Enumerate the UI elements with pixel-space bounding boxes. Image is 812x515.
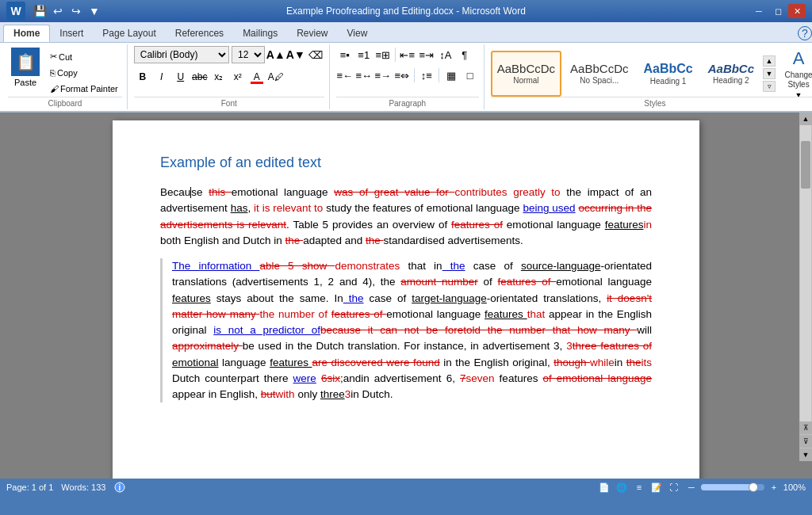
p2-insert-5: while: [590, 357, 615, 368]
restore-button[interactable]: ◻: [769, 4, 787, 18]
paste-button[interactable]: 📋 Paste: [8, 46, 43, 89]
format-painter-button[interactable]: 🖌 Format Painter: [46, 82, 122, 96]
decrease-indent-button[interactable]: ⇤≡: [399, 46, 416, 63]
p2-strikethrough-1: able 5 show: [259, 260, 335, 272]
clear-format-button[interactable]: ⌫: [307, 46, 324, 63]
view-fullscreen-icon[interactable]: ⛶: [668, 481, 680, 494]
scroll-page-up[interactable]: ⊼: [799, 422, 812, 434]
font-size-select[interactable]: 12: [232, 46, 265, 63]
bold-button[interactable]: B: [134, 68, 151, 86]
font-shrink-button[interactable]: A▼: [287, 46, 304, 63]
scroll-up-arrow[interactable]: ▲: [799, 113, 812, 125]
styles-scroll-down[interactable]: ▼: [763, 68, 776, 79]
tab-page-layout[interactable]: Page Layout: [93, 25, 165, 42]
style-heading2[interactable]: AaBbCc Heading 2: [702, 51, 760, 97]
p2-normal-14: in the English original,: [440, 357, 553, 368]
increase-indent-button[interactable]: ≡⇥: [418, 46, 435, 63]
cut-button[interactable]: ✂ Cut: [46, 49, 122, 64]
style-normal[interactable]: AaBbCcDc Normal: [491, 51, 561, 97]
italic-button[interactable]: I: [153, 68, 170, 86]
font-face-select[interactable]: Calibri (Body): [134, 46, 229, 63]
copy-button[interactable]: ⎘ Copy: [46, 66, 122, 80]
tab-home[interactable]: Home: [3, 25, 50, 42]
font-color-button[interactable]: A: [248, 68, 266, 86]
align-left-button[interactable]: ≡←: [336, 67, 354, 84]
document-page[interactable]: Example of an edited text Because this e…: [113, 120, 699, 479]
p1-normal-1: Becau: [160, 186, 190, 198]
title-bar: W 💾 ↩ ↪ ▼ Example Proofreading and Editi…: [0, 0, 812, 22]
scroll-page-down[interactable]: ⊽: [799, 435, 812, 448]
minimize-button[interactable]: ─: [750, 4, 768, 18]
p2-insert-1: demonstrates: [335, 260, 400, 272]
zoom-in-button[interactable]: +: [768, 481, 780, 494]
tab-insert[interactable]: Insert: [50, 25, 93, 42]
save-quick-btn[interactable]: 💾: [32, 4, 48, 18]
style-heading2-preview: AaBbCc: [708, 63, 754, 74]
font-grow-button[interactable]: A▲: [267, 46, 285, 63]
tab-review[interactable]: Review: [287, 25, 337, 42]
underline-button[interactable]: U: [172, 68, 190, 86]
p2-normal-9: emotional language: [386, 308, 485, 320]
customize-quick-btn[interactable]: ▼: [86, 4, 102, 18]
shading-button[interactable]: ▦: [442, 67, 460, 84]
zoom-controls: ─ + 100%: [685, 481, 806, 494]
document-scrollbar[interactable]: ▲ ⊼ ⊽ ▼: [799, 113, 812, 461]
superscript-button[interactable]: x²: [229, 68, 247, 86]
help-button[interactable]: ?: [798, 26, 812, 40]
document-status-icon[interactable]: i: [113, 481, 126, 494]
p2-normal-2: case of: [465, 260, 521, 272]
line-spacing-button[interactable]: ↕≡: [418, 67, 435, 84]
view-outline-icon[interactable]: ≡: [633, 481, 645, 494]
multilevel-list-button[interactable]: ≡⊞: [374, 46, 392, 63]
p2-underline-blue-1: The information: [172, 260, 259, 272]
p1-normal-6: study the features of emotional language: [323, 202, 523, 214]
highlight-color-button[interactable]: A🖊: [267, 68, 285, 86]
subscript-button[interactable]: x₂: [210, 68, 228, 86]
numbering-button[interactable]: ≡1: [355, 46, 373, 63]
view-web-icon[interactable]: 🌐: [615, 481, 628, 494]
change-styles-button[interactable]: A ChangeStyles ▼: [778, 51, 812, 97]
font-group: Calibri (Body) 12 A▲ A▼ ⌫ B I U abc x₂ x…: [129, 44, 330, 109]
align-right-button[interactable]: ≡→: [374, 67, 392, 84]
styles-scroll-buttons: ▲ ▼ ▿: [763, 55, 776, 92]
p2-normal-22: only: [295, 388, 320, 400]
scroll-track[interactable]: [800, 125, 811, 422]
undo-quick-btn[interactable]: ↩: [50, 4, 66, 18]
styles-expand[interactable]: ▿: [763, 81, 776, 92]
styles-scroll-up[interactable]: ▲: [763, 55, 776, 67]
redo-quick-btn[interactable]: ↪: [68, 4, 84, 18]
p1-normal-3: emotional language: [232, 186, 334, 198]
show-marks-button[interactable]: ¶: [456, 46, 473, 63]
borders-button[interactable]: □: [462, 67, 479, 84]
para-row-1: ≡▪ ≡1 ≡⊞ ⇤≡ ≡⇥ ↕A ¶: [336, 46, 473, 63]
zoom-slider[interactable]: [701, 484, 764, 490]
styles-group: AaBbCcDc Normal AaBbCcDc No Spaci... AaB…: [486, 44, 812, 109]
tab-mailings[interactable]: Mailings: [233, 25, 287, 42]
zoom-out-button[interactable]: ─: [685, 481, 698, 494]
proofing-icon: i: [113, 481, 126, 494]
sort-button[interactable]: ↕A: [437, 46, 454, 63]
justify-button[interactable]: ≡⇔: [393, 67, 411, 84]
style-no-spacing-preview: AaBbCcDc: [570, 63, 628, 74]
p2-strikethrough-12: the: [626, 357, 642, 368]
view-draft-icon[interactable]: 📝: [650, 481, 663, 494]
p2-strikethrough-16: but: [261, 388, 276, 400]
style-heading1[interactable]: AaBbCc Heading 1: [637, 51, 699, 97]
align-center-button[interactable]: ≡↔: [355, 67, 373, 84]
close-button[interactable]: ✕: [788, 4, 806, 18]
view-normal-icon[interactable]: 📄: [598, 481, 611, 494]
p1-underline-2: features: [605, 219, 644, 231]
scroll-down-arrow[interactable]: ▼: [799, 448, 812, 461]
bullets-button[interactable]: ≡▪: [336, 46, 354, 63]
p2-normal-18: ;and: [340, 372, 361, 384]
style-no-spacing[interactable]: AaBbCcDc No Spaci...: [564, 51, 634, 97]
scroll-thumb[interactable]: [801, 141, 810, 189]
p2-strikethrough-3: features of: [498, 276, 557, 288]
tab-references[interactable]: References: [166, 25, 233, 42]
p1-strikethrough-4: features of: [451, 219, 503, 231]
window-title: Example Proofreading and Editing.docx - …: [286, 6, 526, 17]
tab-view[interactable]: View: [338, 25, 377, 42]
document-title: Example of an edited text: [160, 152, 652, 174]
p2-insert-3: that: [527, 308, 546, 320]
strikethrough-button[interactable]: abc: [191, 68, 209, 86]
